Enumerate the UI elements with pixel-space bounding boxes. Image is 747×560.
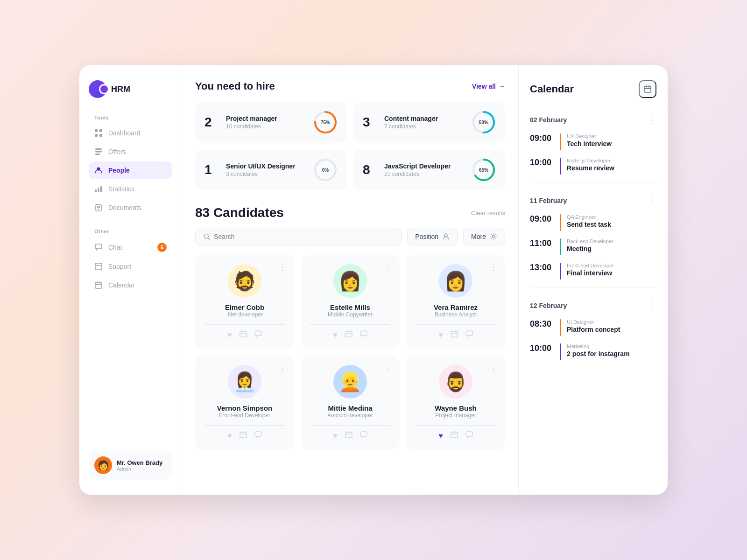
clear-results-btn[interactable]: Clear results: [471, 210, 505, 217]
calendar-event[interactable]: 09:00 QA Engineer Send test task: [530, 214, 656, 231]
sidebar-item-offers[interactable]: Offers: [89, 143, 172, 161]
event-bar: [560, 319, 561, 336]
calendar-action-icon[interactable]: [451, 431, 458, 441]
hire-ring: 65%: [472, 158, 496, 182]
calendar-action-icon[interactable]: [451, 330, 458, 340]
hire-number: 1: [204, 162, 218, 177]
candidates-header: 83 Candidates Clear results: [195, 205, 505, 220]
event-type: Back-end Developer: [567, 238, 613, 244]
card-menu-icon[interactable]: ⋮: [384, 363, 392, 373]
cal-more-icon[interactable]: ⋮: [647, 115, 656, 125]
user-role: Admin: [117, 466, 162, 472]
like-icon[interactable]: ♥: [333, 432, 338, 440]
event-info: Marketing 2 post for instagram: [567, 343, 630, 357]
calendar-icon-button[interactable]: [639, 80, 656, 98]
svg-rect-18: [95, 282, 102, 288]
svg-rect-48: [466, 331, 472, 336]
more-label: More: [471, 233, 486, 240]
card-menu-icon[interactable]: ⋮: [278, 363, 287, 373]
message-action-icon[interactable]: [254, 330, 262, 340]
more-filter[interactable]: More: [463, 228, 505, 245]
event-info: Node. js Developer Resume review: [567, 158, 614, 172]
candidate-role: Android developer: [327, 412, 373, 419]
event-time: 08:30: [530, 319, 554, 329]
svg-rect-4: [95, 148, 102, 150]
calendar-action-icon[interactable]: [345, 431, 352, 441]
candidate-actions: ♥: [310, 324, 390, 340]
sidebar-item-chat[interactable]: Chat 5: [89, 238, 172, 257]
sidebar: HRM Tools Dashboard Offers People: [79, 65, 182, 495]
message-action-icon[interactable]: [360, 330, 367, 340]
card-menu-icon[interactable]: ⋮: [489, 363, 498, 373]
view-all-text: View all: [472, 83, 496, 90]
cal-more-icon[interactable]: ⋮: [647, 301, 656, 311]
hire-info: Senior UI/UX Designer 3 condidates: [226, 162, 306, 177]
hire-sub-text: 10 condidates: [226, 123, 306, 130]
user-avatar: 🧑: [94, 456, 112, 474]
candidate-avatar: 👩: [439, 264, 472, 298]
candidates-title: 83 Candidates: [195, 205, 284, 220]
event-time: 10:00: [530, 343, 554, 353]
event-time: 13:00: [530, 263, 554, 273]
card-menu-icon[interactable]: ⋮: [278, 262, 287, 273]
candidate-card: ⋮ 🧔‍♂️ Wayne Bush Project manager ♥: [406, 356, 505, 450]
event-title: 2 post for instagram: [567, 350, 630, 357]
like-icon[interactable]: ♥: [438, 331, 443, 339]
calendar-event[interactable]: 13:00 Front-end Developer Final intervie…: [530, 263, 656, 280]
event-info: Front-end Developer Final interview: [567, 263, 614, 277]
hire-sub-text: 7 condidates: [384, 123, 464, 130]
event-info: UI Designer Platform concept: [567, 319, 620, 333]
candidate-card: ⋮ 👩 Estelle Mills Middle Copywriter ♥: [301, 255, 400, 349]
support-icon: [94, 262, 103, 271]
sidebar-item-dashboard[interactable]: Dashboard: [89, 124, 172, 142]
event-title: Meeting: [567, 245, 613, 252]
hire-sub-text: 21 condidates: [384, 171, 464, 177]
user-profile[interactable]: 🧑 Mr. Owen Brady Admin: [89, 451, 172, 480]
cal-date-label: 12 February: [530, 302, 567, 309]
calendar-nav-label: Calendar: [108, 281, 135, 289]
dashboard-label: Dashboard: [108, 129, 141, 137]
candidates-grid: ⋮ 🧔 Elmer Cobb .Net developer ♥ ⋮ 👩 Este…: [195, 255, 505, 450]
message-action-icon[interactable]: [465, 431, 473, 441]
calendar-action-icon[interactable]: [240, 330, 247, 340]
calendar-event[interactable]: 11:00 Back-end Developer Meeting: [530, 238, 656, 255]
sidebar-item-statistics[interactable]: Statistics: [89, 180, 172, 198]
calendar-action-icon[interactable]: [240, 431, 247, 441]
offers-label: Offers: [108, 148, 126, 155]
card-menu-icon[interactable]: ⋮: [384, 262, 392, 273]
chat-label: Chat: [108, 244, 122, 251]
like-icon[interactable]: ♥: [438, 432, 443, 440]
calendar-event[interactable]: 10:00 Node. js Developer Resume review: [530, 158, 656, 175]
svg-rect-63: [466, 432, 472, 436]
tools-section: Tools Dashboard Offers People: [89, 115, 172, 217]
message-action-icon[interactable]: [254, 431, 262, 441]
calendar-event[interactable]: 08:30 UI Designer Platform concept: [530, 319, 656, 336]
candidate-role: Front-end Developer: [219, 412, 270, 419]
message-action-icon[interactable]: [465, 330, 473, 340]
like-icon[interactable]: ♥: [227, 432, 232, 440]
calendar-event[interactable]: 10:00 Marketing 2 post for instagram: [530, 343, 656, 360]
card-menu-icon[interactable]: ⋮: [489, 262, 498, 273]
like-icon[interactable]: ♥: [333, 331, 338, 339]
svg-point-33: [493, 236, 495, 238]
sidebar-item-calendar[interactable]: Calendar: [89, 276, 172, 294]
hire-ring: 0%: [313, 158, 338, 182]
search-input[interactable]: [214, 233, 394, 240]
calendar-event[interactable]: 09:00 UX Designer Tech interview: [530, 133, 656, 150]
view-all-link[interactable]: View all →: [472, 83, 505, 90]
sidebar-item-documents[interactable]: Documents: [89, 199, 172, 217]
calendar-action-icon[interactable]: [345, 330, 352, 340]
svg-rect-3: [99, 134, 102, 137]
cal-more-icon[interactable]: ⋮: [647, 196, 656, 206]
hire-title: You need to hire: [195, 80, 275, 92]
tools-label: Tools: [89, 115, 172, 120]
hire-info: Content manager 7 condidates: [384, 115, 464, 130]
hire-grid: 2 Project manager 10 condidates 75% 3 Co…: [195, 102, 505, 190]
like-icon[interactable]: ♥: [227, 331, 232, 339]
position-filter[interactable]: Position: [407, 228, 458, 245]
sidebar-item-people[interactable]: People: [89, 161, 172, 179]
sidebar-item-support[interactable]: Support: [89, 258, 172, 275]
message-action-icon[interactable]: [360, 431, 367, 441]
candidate-card: ⋮ 👱 Mittie Medina Android developer ♥: [301, 356, 400, 450]
svg-rect-15: [95, 244, 102, 249]
